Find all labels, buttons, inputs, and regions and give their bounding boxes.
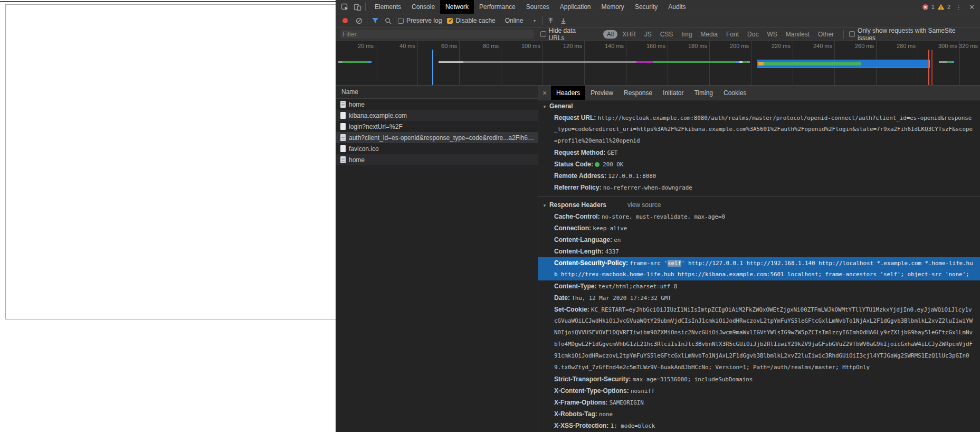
detail-tab-preview[interactable]: Preview xyxy=(585,86,619,100)
network-overview-timeline[interactable]: 20 ms40 ms60 ms80 ms100 ms120 ms140 ms16… xyxy=(336,41,980,86)
request-row[interactable]: favicon.ico xyxy=(336,143,538,154)
tab-security[interactable]: Security xyxy=(630,0,663,14)
header-value: SAMEORIGIN xyxy=(610,399,644,406)
view-source-link[interactable]: view source xyxy=(627,201,661,209)
filter-type-ws[interactable]: WS xyxy=(763,30,781,39)
tab-elements[interactable]: Elements xyxy=(369,0,406,14)
requests-list: homekibana.example.comlogin?nextUrl=%2Fa… xyxy=(336,99,538,165)
tab-sources[interactable]: Sources xyxy=(521,0,555,14)
tab-network[interactable]: Network xyxy=(440,0,474,14)
detail-tab-cookies[interactable]: Cookies xyxy=(718,86,751,100)
header-value: cGVuaWQiLCJwdHkiOiJvcGVuaWQtY29ubmVjdCIs… xyxy=(554,317,973,324)
tab-application[interactable]: Application xyxy=(555,0,596,14)
disclosure-triangle-icon[interactable]: ▼ xyxy=(543,203,547,208)
network-filter-bar: Hide data URLs AllXHRJSCSSImgMediaFontDo… xyxy=(336,27,980,41)
warning-icon[interactable] xyxy=(937,4,945,10)
inspect-element-icon[interactable] xyxy=(338,1,351,13)
request-row[interactable]: home xyxy=(336,99,538,110)
request-type-filters: AllXHRJSCSSImgMediaFontDocWSManifestOthe… xyxy=(603,30,838,39)
header-line: Remote Address: 127.0.0.1:8080 xyxy=(538,170,980,182)
section-header[interactable]: ▼Response Headersview source xyxy=(538,199,980,211)
filter-type-css[interactable]: CSS xyxy=(656,30,677,39)
header-line: Cache-Control: no-store, must-revalidate… xyxy=(538,211,980,222)
section-header[interactable]: ▼General xyxy=(538,100,980,112)
detail-tab-headers[interactable]: Headers xyxy=(551,86,585,100)
toolbar-separator xyxy=(367,16,367,25)
header-line-continuation: 91cmkiOiJodHRwczovL2tpYmFuYS5leGFtcGxlLm… xyxy=(538,350,980,362)
filter-type-js[interactable]: JS xyxy=(641,30,655,39)
file-icon xyxy=(340,112,346,119)
header-value: no-referrer-when-downgrade xyxy=(603,184,692,191)
filter-type-other[interactable]: Other xyxy=(814,30,838,39)
import-har-icon[interactable] xyxy=(544,14,557,27)
detail-tab-timing[interactable]: Timing xyxy=(689,86,718,100)
header-value: _type=code&redirect_uri=https%3A%2F%2Fki… xyxy=(554,126,973,133)
hide-data-urls-checkbox[interactable] xyxy=(540,31,546,37)
search-icon[interactable] xyxy=(382,14,394,27)
header-name: Content-Security-Policy: xyxy=(554,259,630,267)
warning-count: 2 xyxy=(947,4,950,10)
header-value: en xyxy=(614,237,621,243)
request-name: home xyxy=(349,101,365,108)
close-devtools-icon[interactable]: ✕ xyxy=(967,3,977,11)
page-top-border xyxy=(0,1,336,2)
request-name: home xyxy=(349,156,365,164)
request-row[interactable]: kibana.example.com xyxy=(336,110,538,121)
close-detail-icon[interactable]: × xyxy=(538,86,551,100)
filter-type-doc[interactable]: Doc xyxy=(744,30,762,39)
timeline-tick-label: 320 ms xyxy=(959,43,978,49)
request-detail-pane: × HeadersPreviewResponseInitiatorTimingC… xyxy=(538,86,980,432)
disclosure-triangle-icon[interactable]: ▼ xyxy=(543,105,547,109)
device-toolbar-icon[interactable] xyxy=(351,1,364,13)
filter-type-font[interactable]: Font xyxy=(722,30,743,39)
request-row[interactable]: auth?client_id=es-openid&response_type=c… xyxy=(336,132,538,143)
network-main: Name homekibana.example.comlogin?nextUrl… xyxy=(336,86,980,432)
kebab-menu-icon[interactable]: ⋮ xyxy=(953,3,964,11)
tab-console[interactable]: Console xyxy=(406,0,440,14)
request-name: login?nextUrl=%2F xyxy=(349,123,403,130)
request-row[interactable]: login?nextUrl=%2F xyxy=(336,121,538,132)
disable-cache-checkbox[interactable] xyxy=(447,18,453,24)
tab-audits[interactable]: Audits xyxy=(663,0,691,14)
throttling-value: Online xyxy=(505,17,524,24)
header-value: text/html;charset=utf-8 xyxy=(598,283,678,290)
screenshot-root: ElementsConsoleNetworkPerformanceSources… xyxy=(0,0,980,432)
timeline-event-marker xyxy=(432,50,433,85)
header-name: Referrer Policy: xyxy=(554,184,603,191)
detail-tab-response[interactable]: Response xyxy=(619,86,658,100)
name-column-header[interactable]: Name xyxy=(336,86,538,99)
header-value: 9.tx0wZtyd_7zGfEnd4e2c5mTLWz9V-6uakAn8Jb… xyxy=(554,364,870,371)
timeline-activity-bar xyxy=(338,61,342,63)
detail-tab-initiator[interactable]: Initiator xyxy=(658,86,689,100)
filter-type-xhr[interactable]: XHR xyxy=(619,30,639,39)
filter-type-media[interactable]: Media xyxy=(697,30,721,39)
error-icon[interactable] xyxy=(922,4,929,11)
preserve-log-checkbox[interactable] xyxy=(398,18,404,24)
clear-icon[interactable] xyxy=(353,14,365,27)
tab-performance[interactable]: Performance xyxy=(474,0,521,14)
filter-icon[interactable] xyxy=(369,14,382,27)
header-name: Date: xyxy=(554,294,572,302)
header-name: Content-Language: xyxy=(554,236,614,243)
filter-type-img[interactable]: Img xyxy=(678,30,696,39)
request-name: favicon.ico xyxy=(349,145,379,153)
header-line-continuation: bTo4MDgwL2F1dGgvcmVhbG1zL21hc3RlciIsInJl… xyxy=(538,339,980,350)
header-value: bTo4MDgwL2F1dGgvcmVhbG1zL21hc3RlciIsInJl… xyxy=(554,341,973,348)
samesite-checkbox[interactable] xyxy=(849,31,855,37)
main-tabs: ElementsConsoleNetworkPerformanceSources… xyxy=(369,0,691,14)
filter-type-all[interactable]: All xyxy=(603,30,617,39)
request-row[interactable]: home xyxy=(336,154,538,165)
section-title: Response Headers xyxy=(549,201,606,209)
header-line-continuation: =profile%20email%20openid xyxy=(538,135,980,147)
record-icon[interactable] xyxy=(342,18,348,23)
filter-type-manifest[interactable]: Manifest xyxy=(782,30,813,39)
export-har-icon[interactable] xyxy=(557,14,569,27)
timeline-activity-bar xyxy=(342,61,368,63)
header-name: Set-Cookie: xyxy=(554,306,591,313)
filter-input[interactable] xyxy=(340,30,534,39)
throttling-dropdown[interactable]: Online ▼ xyxy=(505,17,537,24)
timeline-tick-label: 140 ms xyxy=(605,43,626,49)
timeline-tick-label: 80 ms xyxy=(483,43,501,49)
tab-memory[interactable]: Memory xyxy=(596,0,630,14)
header-name: Cache-Control: xyxy=(554,213,602,220)
